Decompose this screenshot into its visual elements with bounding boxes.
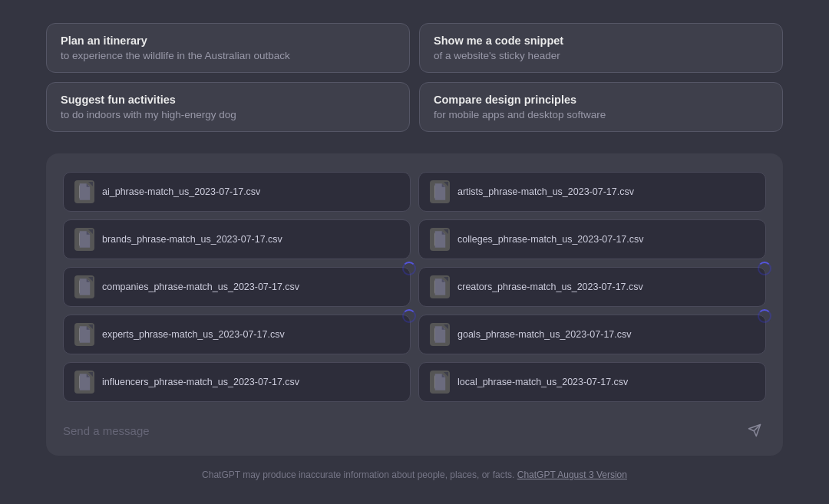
loading-spinner-6 [402, 309, 416, 323]
file-name-4: companies_phrase-match_us_2023-07-17.csv [102, 282, 299, 292]
suggestion-card-2[interactable]: Suggest fun activities to do indoors wit… [46, 82, 410, 132]
loading-spinner-5 [758, 262, 771, 275]
send-button[interactable] [743, 420, 766, 440]
footer-text: ChatGPT may produce inaccurate informati… [202, 469, 514, 480]
file-icon-9 [430, 371, 450, 394]
suggestion-title-2: Suggest fun activities [61, 94, 395, 106]
file-icon-5 [430, 275, 450, 298]
file-name-6: experts_phrase-match_us_2023-07-17.csv [102, 329, 285, 340]
suggestion-subtitle-3: for mobile apps and desktop software [434, 109, 768, 120]
file-icon-1 [430, 180, 450, 203]
file-name-8: influencers_phrase-match_us_2023-07-17.c… [102, 377, 299, 387]
file-item-5[interactable]: creators_phrase-match_us_2023-07-17.csv [418, 267, 766, 307]
file-name-0: ai_phrase-match_us_2023-07-17.csv [102, 186, 260, 197]
file-icon-7 [430, 323, 450, 346]
file-icon-4 [74, 275, 94, 298]
suggestion-grid: Plan an itinerary to experience the wild… [46, 23, 783, 132]
file-item-0[interactable]: ai_phrase-match_us_2023-07-17.csv [63, 172, 411, 212]
file-svg-icon [78, 374, 91, 390]
file-item-3[interactable]: colleges_phrase-match_us_2023-07-17.csv [418, 219, 766, 259]
suggestion-subtitle-2: to do indoors with my high-energy dog [61, 109, 395, 120]
file-name-9: local_phrase-match_us_2023-07-17.csv [457, 377, 628, 387]
file-svg-icon [78, 326, 91, 343]
suggestion-title-3: Compare design principles [434, 94, 768, 106]
footer: ChatGPT may produce inaccurate informati… [202, 469, 627, 480]
file-item-8[interactable]: influencers_phrase-match_us_2023-07-17.c… [63, 362, 411, 402]
file-item-2[interactable]: brands_phrase-match_us_2023-07-17.csv [63, 219, 411, 259]
file-svg-icon [433, 326, 447, 343]
file-name-1: artists_phrase-match_us_2023-07-17.csv [457, 186, 634, 197]
file-svg-icon [433, 374, 447, 390]
suggestion-card-1[interactable]: Show me a code snippet of a website's st… [419, 23, 783, 73]
files-grid: ai_phrase-match_us_2023-07-17.csv artist… [63, 172, 766, 402]
file-svg-icon [433, 278, 447, 295]
footer-version-link[interactable]: ChatGPT August 3 Version [517, 469, 627, 480]
chat-area: ai_phrase-match_us_2023-07-17.csv artist… [46, 153, 783, 456]
file-icon-6 [74, 323, 94, 346]
file-icon-2 [74, 228, 94, 251]
suggestion-subtitle-0: to experience the wildlife in the Austra… [61, 50, 395, 61]
suggestion-title-1: Show me a code snippet [434, 35, 768, 47]
file-svg-icon [433, 183, 447, 200]
loading-spinner-7 [758, 309, 771, 323]
loading-spinner-4 [402, 262, 416, 275]
suggestion-title-0: Plan an itinerary [61, 35, 395, 47]
message-input-row [63, 417, 766, 443]
file-icon-0 [74, 180, 94, 203]
file-item-7[interactable]: goals_phrase-match_us_2023-07-17.csv [418, 315, 766, 354]
suggestion-subtitle-1: of a website's sticky header [434, 50, 768, 61]
file-svg-icon [78, 278, 91, 295]
file-item-4[interactable]: companies_phrase-match_us_2023-07-17.csv [63, 267, 411, 307]
file-icon-3 [430, 228, 450, 251]
file-svg-icon [78, 231, 91, 248]
send-icon [748, 423, 761, 437]
file-name-5: creators_phrase-match_us_2023-07-17.csv [457, 282, 643, 292]
suggestion-card-3[interactable]: Compare design principles for mobile app… [419, 82, 783, 132]
message-input[interactable] [63, 424, 743, 437]
file-item-6[interactable]: experts_phrase-match_us_2023-07-17.csv [63, 315, 411, 354]
file-svg-icon [433, 231, 447, 248]
suggestion-card-0[interactable]: Plan an itinerary to experience the wild… [46, 23, 410, 73]
file-icon-8 [74, 371, 94, 394]
file-svg-icon [78, 183, 91, 200]
file-item-9[interactable]: local_phrase-match_us_2023-07-17.csv [418, 362, 766, 402]
file-name-3: colleges_phrase-match_us_2023-07-17.csv [457, 234, 644, 245]
file-item-1[interactable]: artists_phrase-match_us_2023-07-17.csv [418, 172, 766, 212]
file-name-2: brands_phrase-match_us_2023-07-17.csv [102, 234, 282, 245]
file-name-7: goals_phrase-match_us_2023-07-17.csv [457, 329, 632, 340]
